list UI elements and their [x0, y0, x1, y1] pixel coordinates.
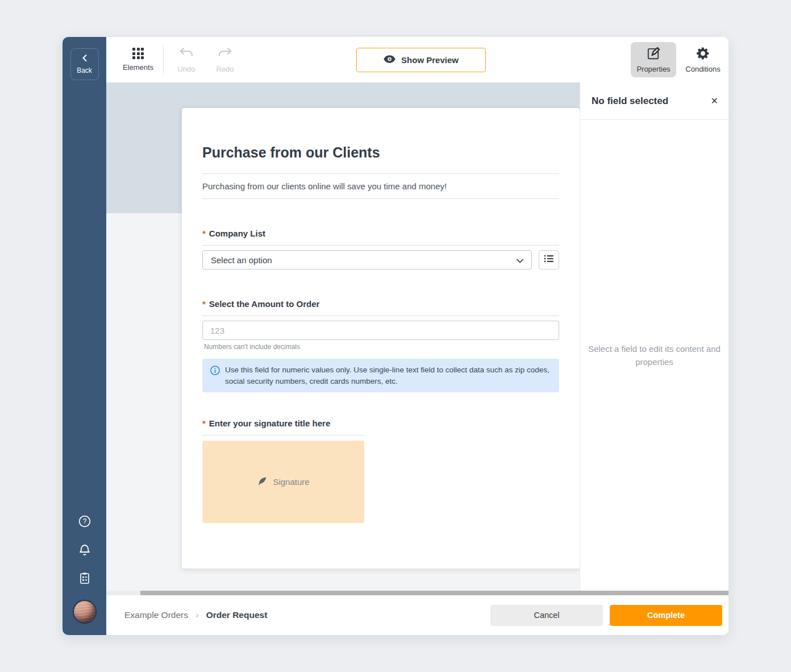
- form-canvas[interactable]: Purchase from our Clients Purchasing fro…: [106, 82, 580, 591]
- breadcrumb-current: Order Request: [206, 610, 268, 620]
- chevron-right-icon: ›: [195, 609, 199, 621]
- company-list-field-label: * Company List: [202, 229, 559, 238]
- conditions-tab[interactable]: Conditions: [681, 42, 725, 77]
- required-asterisk: *: [202, 229, 206, 238]
- edit-options-button[interactable]: [539, 250, 559, 269]
- complete-button[interactable]: Complete: [610, 605, 722, 626]
- info-banner-text: Use this field for numeric values only. …: [225, 364, 551, 387]
- show-preview-button[interactable]: Show Preview: [356, 48, 486, 72]
- undo-button-label: Undo: [177, 65, 195, 73]
- divider: [202, 435, 364, 435]
- divider: [202, 245, 559, 246]
- horizontal-scrollbar-thumb[interactable]: [140, 591, 728, 595]
- company-list-selected-value: Select an option: [211, 255, 272, 265]
- horizontal-scrollbar: [106, 591, 728, 595]
- sidebar-icon-stack: ?: [74, 516, 95, 623]
- chevron-left-icon: [81, 54, 89, 64]
- gear-icon: [696, 46, 710, 63]
- company-list-field: Select an option: [202, 250, 559, 269]
- form-heading-field[interactable]: Purchase from our Clients: [202, 144, 559, 161]
- info-icon: [210, 366, 220, 387]
- clipboard-icon: [78, 571, 91, 587]
- divider: [202, 316, 559, 316]
- properties-panel-header: No field selected ✕: [580, 82, 728, 120]
- divider: [202, 173, 559, 174]
- toolbar-divider: [163, 45, 164, 74]
- numeric-field-info-banner: Use this field for numeric values only. …: [202, 359, 559, 392]
- undo-button[interactable]: Undo: [168, 47, 205, 73]
- redo-button[interactable]: Redo: [207, 47, 243, 73]
- undo-icon: [179, 47, 194, 61]
- signature-field-label: * Enter your signature title here: [202, 418, 559, 428]
- properties-tab[interactable]: Properties: [631, 42, 676, 77]
- back-button[interactable]: Back: [70, 48, 99, 80]
- back-button-label: Back: [77, 67, 92, 74]
- footer-buttons: Cancel Complete: [490, 605, 722, 626]
- chevron-down-icon: [517, 255, 523, 265]
- elements-button[interactable]: Elements: [118, 48, 159, 72]
- redo-button-label: Redo: [216, 65, 234, 73]
- properties-tab-label: Properties: [636, 65, 670, 73]
- question-circle-icon: ?: [78, 515, 91, 530]
- redo-icon: [218, 47, 232, 61]
- workspace: Purchase from our Clients Purchasing fro…: [106, 82, 728, 591]
- help-button[interactable]: ?: [78, 516, 91, 529]
- elements-button-label: Elements: [123, 63, 153, 72]
- tasks-button[interactable]: [78, 573, 91, 586]
- properties-panel: No field selected ✕ Select a field to ed…: [580, 82, 728, 591]
- grid-icon: [132, 48, 144, 59]
- amount-helper-text: Numbers can't include decimals: [202, 343, 559, 351]
- conditions-tab-label: Conditions: [685, 65, 720, 73]
- signature-pad[interactable]: Signature: [202, 441, 364, 523]
- company-list-select[interactable]: Select an option: [202, 250, 532, 269]
- show-preview-label: Show Preview: [401, 55, 459, 65]
- form-builder-window: Back ?: [63, 37, 728, 635]
- left-sidebar: Back ?: [63, 37, 106, 635]
- amount-label-text: Select the Amount to Order: [209, 299, 319, 309]
- list-icon: [544, 254, 554, 266]
- cancel-button[interactable]: Cancel: [490, 605, 603, 626]
- form-card: Purchase from our Clients Purchasing fro…: [182, 108, 580, 569]
- svg-text:?: ?: [82, 517, 86, 525]
- divider: [202, 198, 559, 199]
- required-asterisk: *: [202, 418, 206, 428]
- amount-field-label: * Select the Amount to Order: [202, 299, 559, 309]
- close-icon[interactable]: ✕: [711, 96, 718, 106]
- required-asterisk: *: [202, 299, 206, 309]
- footer-bar: Example Orders › Order Request Cancel Co…: [106, 595, 728, 635]
- main-area: Elements Undo Redo Show Preview: [106, 37, 728, 635]
- signature-label-text: Enter your signature title here: [209, 418, 330, 428]
- breadcrumb-parent[interactable]: Example Orders: [124, 610, 188, 620]
- signature-placeholder: Signature: [273, 477, 309, 487]
- notifications-button[interactable]: [78, 544, 91, 558]
- eye-icon: [384, 55, 396, 65]
- properties-panel-body: Select a field to edit its content and p…: [580, 120, 728, 591]
- company-list-label-text: Company List: [209, 229, 265, 238]
- builder-toolbar: Elements Undo Redo Show Preview: [106, 37, 728, 82]
- breadcrumb: Example Orders › Order Request: [124, 609, 267, 621]
- pencil-square-icon: [646, 46, 661, 63]
- user-avatar[interactable]: [74, 601, 95, 623]
- properties-panel-title: No field selected: [592, 96, 668, 107]
- bell-icon: [78, 543, 91, 559]
- properties-empty-message: Select a field to edit its content and p…: [588, 342, 721, 369]
- feather-icon: [257, 476, 268, 488]
- amount-input[interactable]: [202, 321, 559, 340]
- form-subheading-field[interactable]: Purchasing from our clients online will …: [202, 181, 559, 191]
